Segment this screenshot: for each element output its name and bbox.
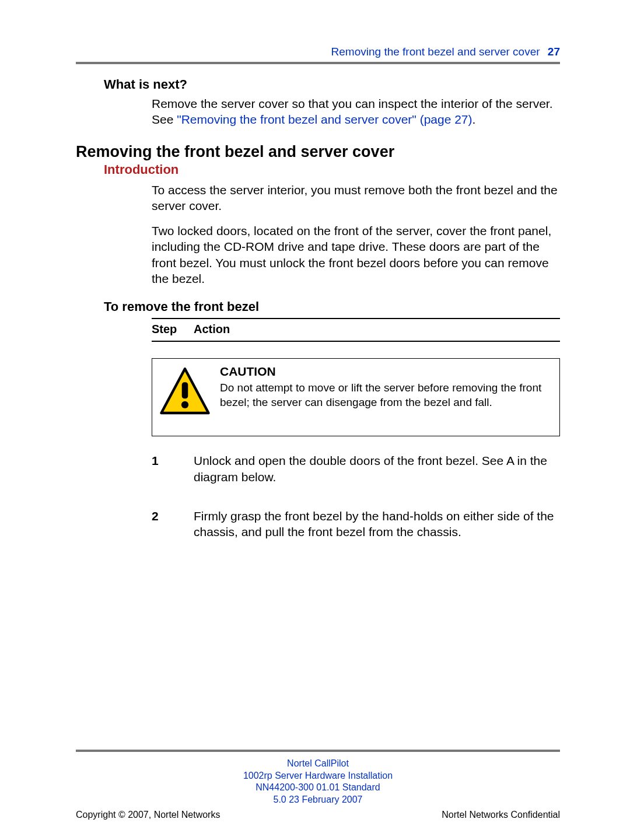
heading-procedure: To remove the front bezel (104, 299, 560, 314)
what-next-text-2: . (473, 113, 476, 126)
footer-line-4: 5.0 23 February 2007 (76, 794, 560, 806)
caution-box: CAUTION Do not attempt to move or lift t… (152, 358, 560, 436)
what-next-paragraph: Remove the server cover so that you can … (152, 96, 560, 128)
caution-body: Do not attempt to move or lift the serve… (220, 381, 554, 410)
footer-rule (76, 750, 560, 752)
procedure-mid-rule (152, 341, 560, 342)
procedure-steps: 1 Unlock and open the double doors of th… (152, 453, 560, 540)
footer-center-block: Nortel CallPilot 1002rp Server Hardware … (76, 758, 560, 806)
step-label: Step (152, 323, 194, 336)
cross-ref-link[interactable]: "Removing the front bezel and server cov… (177, 113, 472, 126)
procedure-top-rule (152, 318, 560, 319)
step-num-2: 2 (152, 508, 194, 540)
warning-icon (158, 365, 212, 418)
running-header: Removing the front bezel and server cove… (76, 46, 560, 58)
svg-point-2 (181, 401, 188, 408)
caution-title: CAUTION (220, 365, 554, 379)
footer-line-2: 1002rp Server Hardware Installation (76, 770, 560, 782)
page-number: 27 (548, 46, 560, 58)
footer-line-3: NN44200-300 01.01 Standard (76, 782, 560, 794)
step-text-2: Firmly grasp the front bezel by the hand… (194, 508, 560, 540)
step-action-header: Step Action (152, 323, 560, 336)
svg-rect-1 (182, 383, 188, 399)
intro-para-1: To access the server interior, you must … (152, 182, 560, 214)
footer-line-1: Nortel CallPilot (76, 758, 560, 770)
document-page: Removing the front bezel and server cove… (0, 0, 630, 840)
caution-text: CAUTION Do not attempt to move or lift t… (220, 365, 554, 410)
step-row-1: 1 Unlock and open the double doors of th… (152, 453, 560, 485)
footer-copyright: Copyright © 2007, Nortel Networks (76, 810, 220, 820)
heading-introduction: Introduction (104, 162, 560, 177)
page-footer: Nortel CallPilot 1002rp Server Hardware … (76, 750, 560, 820)
what-next-body: Remove the server cover so that you can … (152, 96, 560, 128)
heading-main: Removing the front bezel and server cove… (76, 143, 560, 161)
step-num-1: 1 (152, 453, 194, 485)
heading-what-is-next: What is next? (104, 77, 560, 92)
step-row-2: 2 Firmly grasp the front bezel by the ha… (152, 508, 560, 540)
intro-body: To access the server interior, you must … (152, 182, 560, 287)
footer-bottom-row: Copyright © 2007, Nortel Networks Nortel… (76, 810, 560, 820)
step-text-1: Unlock and open the double doors of the … (194, 453, 560, 485)
action-label: Action (194, 323, 230, 336)
running-header-title: Removing the front bezel and server cove… (331, 46, 540, 58)
footer-confidential: Nortel Networks Confidential (442, 810, 560, 820)
intro-para-2: Two locked doors, located on the front o… (152, 223, 560, 286)
header-rule (76, 62, 560, 64)
